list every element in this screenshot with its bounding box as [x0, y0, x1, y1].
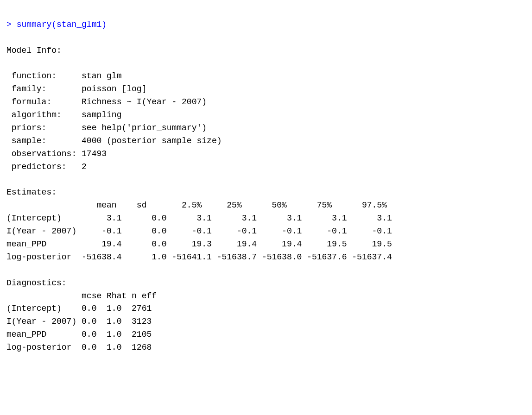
console-output: Model Info: function: stan_glm family: p…	[6, 46, 392, 352]
model-info-row: algorithm: sampling	[6, 110, 121, 119]
estimates-columns: mean sd 2.5% 25% 50% 75% 97.5%	[6, 201, 387, 210]
model-info-row: predictors: 2	[6, 162, 87, 171]
diagnostics-row: (Intercept) 0.0 1.0 2761	[6, 304, 152, 313]
estimates-row: (Intercept) 3.1 0.0 3.1 3.1 3.1 3.1 3.1	[6, 214, 392, 223]
prompt-symbol: >	[6, 20, 12, 29]
estimates-row: mean_PPD 19.4 0.0 19.3 19.4 19.4 19.5 19…	[6, 239, 392, 249]
model-info-row: function: stan_glm	[6, 71, 121, 81]
model-info-row: family: poisson [log]	[6, 84, 146, 94]
diagnostics-row: mean_PPD 0.0 1.0 2105	[6, 330, 152, 339]
diagnostics-row: log-posterior 0.0 1.0 1268	[6, 343, 152, 352]
model-info-header: Model Info:	[6, 46, 62, 55]
estimates-row: I(Year - 2007) -0.1 0.0 -0.1 -0.1 -0.1 -…	[6, 226, 392, 236]
command-input[interactable]: summary(stan_glm1)	[17, 20, 107, 29]
diagnostics-columns: mcse Rhat n_eff	[6, 291, 157, 301]
model-info-row: priors: see help('prior_summary')	[6, 123, 207, 132]
model-info-row: sample: 4000 (posterior sample size)	[6, 136, 222, 145]
diagnostics-header: Diagnostics:	[6, 278, 67, 288]
diagnostics-row: I(Year - 2007) 0.0 1.0 3123	[6, 317, 152, 326]
model-info-row: observations: 17493	[6, 149, 107, 158]
estimates-header: Estimates:	[6, 188, 57, 197]
estimates-row: log-posterior -51638.4 1.0 -51641.1 -516…	[6, 252, 392, 262]
model-info-row: formula: Richness ~ I(Year - 2007)	[6, 97, 207, 107]
